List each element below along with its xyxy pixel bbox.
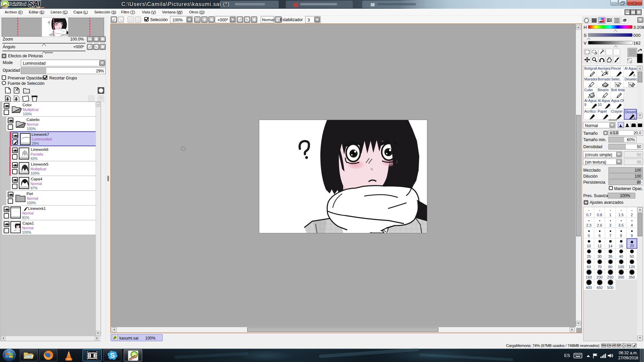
svg-text:S: S <box>110 351 115 359</box>
svg-text:SAI: SAI <box>28 0 41 8</box>
svg-text:x: x <box>633 0 636 6</box>
svg-text:Paint Tool: Paint Tool <box>9 2 26 6</box>
